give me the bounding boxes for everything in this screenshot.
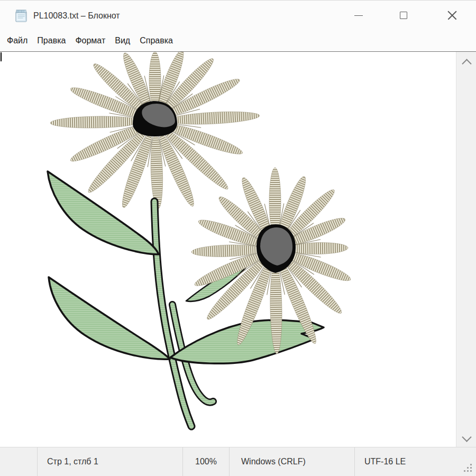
chevron-down-icon[interactable] <box>462 432 471 442</box>
notepad-icon <box>14 8 29 23</box>
menu-help[interactable]: Справка <box>135 30 178 51</box>
title-bar: PL10083.txt – Блокнот <box>0 0 476 30</box>
menu-view[interactable]: Вид <box>110 30 135 51</box>
vertical-scrollbar[interactable] <box>456 52 476 447</box>
menu-format[interactable]: Формат <box>70 30 110 51</box>
text-area[interactable] <box>0 52 456 447</box>
cursor-position-text: Стр 1, стлб 1 <box>47 457 98 466</box>
status-encoding: UTF-16 LE <box>354 447 476 476</box>
status-line-endings: Windows (CRLF) <box>229 447 354 476</box>
close-button[interactable] <box>440 3 464 28</box>
line-endings-text: Windows (CRLF) <box>241 457 306 466</box>
status-zoom-level: 100% <box>182 447 229 476</box>
text-caret <box>1 52 2 61</box>
leaf-upper-left <box>48 171 159 254</box>
encoding-text: UTF-16 LE <box>364 457 406 466</box>
status-spacer <box>0 447 37 476</box>
maximize-icon <box>400 12 407 19</box>
close-icon <box>447 11 457 20</box>
zoom-level-text: 100% <box>195 457 217 466</box>
menu-bar: Файл Правка Формат Вид Справка <box>0 30 476 52</box>
maximize-button[interactable] <box>391 3 416 28</box>
menu-edit[interactable]: Правка <box>32 30 70 51</box>
resize-grip-icon[interactable] <box>464 464 473 473</box>
menu-file[interactable]: Файл <box>2 30 32 51</box>
document-content-art <box>0 52 456 447</box>
leaf-lower-left <box>49 277 170 359</box>
status-cursor-position: Стр 1, стлб 1 <box>37 447 182 476</box>
minimize-button[interactable] <box>346 3 371 28</box>
window-title: PL10083.txt – Блокнот <box>33 1 120 30</box>
chevron-up-icon[interactable] <box>462 59 471 68</box>
status-bar: Стр 1, стлб 1 100% Windows (CRLF) UTF-16… <box>0 447 476 476</box>
minimize-icon <box>354 15 363 16</box>
